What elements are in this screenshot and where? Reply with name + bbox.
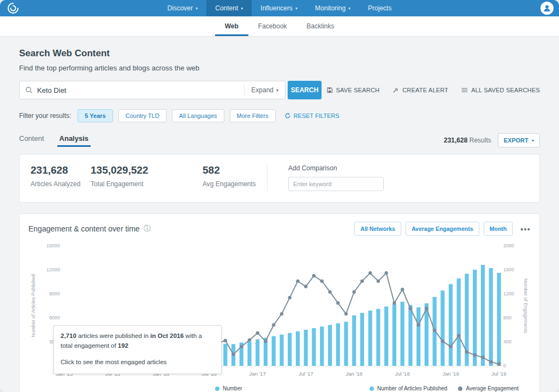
nav-item-discover[interactable]: Discover ▾ [159, 0, 207, 16]
results-wrap: 231,628 Results EXPORT ▾ [444, 133, 540, 147]
stat-value: 231,628 [31, 164, 91, 176]
svg-text:Number of Engagements: Number of Engagements [523, 278, 528, 334]
stat-label: Avg Engagements [203, 180, 267, 188]
chart-title: Engagement & content over time ⓘ [28, 224, 151, 234]
legend-dot-articles-icon [370, 387, 374, 391]
filter-chip-country-tld[interactable]: Country TLD [118, 109, 166, 122]
subtab-web[interactable]: Web [215, 16, 248, 36]
subtab-facebook[interactable]: Facebook [248, 16, 297, 36]
chart-header: Engagement & content over time ⓘ All Net… [28, 222, 531, 236]
legend-item-engagement[interactable]: Average Engagement [458, 385, 519, 391]
logo-swirl-icon [7, 2, 20, 15]
search-icon [20, 86, 37, 94]
search-actions: SAVE SEARCH CREATE ALERT ALL SAVED [326, 87, 540, 93]
page-subtitle: Find the top performing articles and blo… [19, 64, 540, 72]
svg-text:Jan '19: Jan '19 [442, 371, 459, 377]
legend-dot-engagement-icon [458, 387, 462, 391]
chevron-down-icon: ▾ [295, 6, 298, 11]
page-title: Search Web Content [19, 48, 540, 59]
filter-row: Filter your results: 5 Years Country TLD… [19, 109, 540, 122]
nav-item-content[interactable]: Content ▾ [206, 0, 252, 16]
stat-label: Articles Analyzed [31, 180, 91, 188]
nav-label: Projects [368, 4, 391, 12]
stat-articles-analyzed: 231,628 Articles Analyzed [31, 164, 91, 188]
legend-item-truncated[interactable]: Number of Articles Published [215, 385, 243, 391]
person-icon [543, 4, 551, 13]
add-comparison-label: Add Comparison [288, 164, 384, 172]
filter-chip-5-years[interactable]: 5 Years [78, 109, 112, 122]
subtab-label: Backlinks [307, 22, 335, 30]
content-subnav: Web Facebook Backlinks [0, 16, 559, 36]
nav-item-monitoring[interactable]: Monitoring ▾ [306, 0, 359, 16]
nav-label: Content [215, 4, 238, 12]
month-button[interactable]: Month [484, 222, 513, 236]
chevron-down-icon: ▾ [348, 6, 350, 11]
filter-label: Filter your results: [19, 112, 71, 120]
stat-value: 582 [203, 164, 267, 176]
app-window: Discover ▾ Content ▾ Influencers ▾ Monit… [0, 0, 559, 392]
reset-filters-button[interactable]: RESET FILTERS [284, 112, 340, 119]
svg-text:800: 800 [503, 315, 512, 320]
main-content: Search Web Content Find the top performi… [0, 48, 559, 392]
save-search-button[interactable]: SAVE SEARCH [326, 87, 380, 93]
svg-text:0: 0 [503, 363, 506, 369]
chart-area[interactable]: 0300060009000120001500004008001200160020… [28, 243, 531, 382]
save-search-label: SAVE SEARCH [336, 87, 380, 93]
buzzsumo-logo[interactable] [7, 2, 20, 17]
stat-avg-engagements: 582 Avg Engagements [203, 164, 267, 188]
comparison-keyword-input[interactable] [288, 177, 384, 191]
search-input[interactable] [37, 86, 244, 94]
chart-legend: Number of Articles Published Number of A… [28, 383, 531, 392]
svg-text:Jan '18: Jan '18 [346, 371, 362, 377]
user-avatar[interactable] [540, 2, 554, 15]
svg-text:Jul '18: Jul '18 [395, 371, 410, 377]
nav-item-projects[interactable]: Projects [359, 0, 400, 16]
svg-text:1600: 1600 [503, 267, 514, 272]
stat-total-engagement: 135,029,522 Total Engagement [91, 164, 203, 188]
save-icon [326, 87, 333, 93]
legend-label: Number of Articles Published [377, 385, 447, 391]
expand-toggle[interactable]: Expand ▾ [244, 84, 285, 96]
svg-text:15000: 15000 [46, 243, 60, 248]
search-button[interactable]: SEARCH [288, 81, 322, 99]
filter-chip-all-languages[interactable]: All Languages [172, 109, 224, 122]
chevron-down-icon: ▾ [276, 88, 278, 93]
search-box: Expand ▾ [19, 81, 286, 99]
svg-text:Jan '17: Jan '17 [249, 371, 266, 377]
legend-item-articles[interactable]: Number of Articles Published [370, 385, 447, 391]
svg-text:9000: 9000 [49, 291, 60, 296]
info-icon[interactable]: ⓘ [144, 224, 151, 234]
nav-items: Discover ▾ Content ▾ Influencers ▾ Monit… [0, 0, 559, 16]
chart-tooltip: 2,710 articles were published in in Oct … [53, 325, 222, 374]
list-icon [461, 87, 468, 93]
engagement-chart-card: Engagement & content over time ⓘ All Net… [19, 213, 540, 392]
export-label: EXPORT [504, 137, 528, 144]
add-comparison: Add Comparison [278, 164, 384, 191]
filter-chip-more-filters[interactable]: More Filters [230, 109, 276, 122]
svg-text:12000: 12000 [46, 267, 60, 272]
reset-filters-label: RESET FILTERS [294, 112, 340, 119]
average-engagements-button[interactable]: Average Engagements [406, 222, 479, 236]
alert-arrow-icon [393, 87, 399, 93]
nav-item-influencers[interactable]: Influencers ▾ [252, 0, 306, 16]
tooltip-line2: Click to see the most engaged articles [61, 358, 215, 367]
create-alert-button[interactable]: CREATE ALERT [393, 87, 448, 93]
legend-right: Number of Articles Published Average Eng… [370, 385, 519, 391]
all-networks-button[interactable]: All Networks [354, 222, 401, 236]
svg-text:Jul '19: Jul '19 [491, 371, 506, 377]
all-saved-searches-button[interactable]: ALL SAVED SEARCHES [461, 87, 540, 93]
chevron-down-icon: ▾ [241, 6, 243, 11]
legend-label: Average Engagement [466, 385, 519, 391]
svg-text:Number of Articles Published: Number of Articles Published [31, 274, 36, 337]
subtab-backlinks[interactable]: Backlinks [297, 16, 344, 36]
legend-dot-articles-icon [215, 387, 219, 391]
tab-analysis[interactable]: Analysis [60, 134, 88, 147]
export-button[interactable]: EXPORT ▾ [498, 133, 540, 147]
tab-content[interactable]: Content [19, 134, 44, 147]
chevron-down-icon: ▾ [532, 138, 534, 143]
more-options-icon[interactable]: ••• [520, 224, 531, 234]
search-row: Expand ▾ SEARCH SAVE SEARCH [19, 81, 540, 99]
stat-value: 135,029,522 [91, 164, 203, 176]
analysis-tabs-row: Content Analysis 231,628 Results EXPORT … [19, 133, 540, 147]
svg-text:Jul '17: Jul '17 [299, 371, 313, 377]
